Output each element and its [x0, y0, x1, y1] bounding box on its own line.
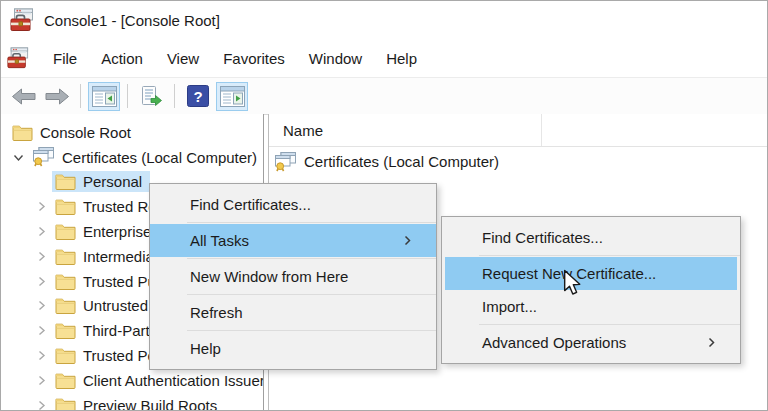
- tree-item-content: Preview Build Roots: [52, 395, 225, 410]
- chevron-right-icon[interactable]: [30, 400, 52, 410]
- toolbar-separator: [127, 84, 128, 108]
- folder-icon: [55, 322, 76, 339]
- chevron-right-icon[interactable]: [30, 251, 52, 262]
- mmc-console-icon: [10, 8, 34, 32]
- chevron-down-icon[interactable]: [7, 152, 29, 163]
- show-action-pane-button[interactable]: [216, 82, 248, 111]
- menu-favorites[interactable]: Favorites: [211, 43, 297, 74]
- menu-item-request-new-certificate[interactable]: Request New Certificate...: [445, 257, 737, 290]
- toolbar-separator: [174, 84, 175, 108]
- chevron-right-icon[interactable]: [30, 300, 52, 311]
- menu-item-label: Find Certificates...: [190, 196, 311, 213]
- tree-item-client-authentication-issuers[interactable]: Client Authentication Issuers: [1, 368, 263, 393]
- menu-separator: [187, 258, 436, 259]
- window-title: Console1 - [Console Root]: [44, 12, 220, 29]
- tree-item-label: Client Authentication Issuers: [83, 372, 264, 389]
- menu-separator: [187, 294, 436, 295]
- tree-item-label: Preview Build Roots: [83, 397, 217, 410]
- help-button[interactable]: ?: [182, 82, 214, 111]
- svg-text:?: ?: [193, 88, 202, 105]
- tree-item-label: Certificates (Local Computer): [62, 149, 257, 166]
- back-arrow-button[interactable]: [7, 82, 39, 111]
- chevron-right-icon[interactable]: [30, 201, 52, 212]
- menu-action[interactable]: Action: [89, 43, 155, 74]
- list-item-label: Certificates (Local Computer): [304, 153, 499, 170]
- chevron-right-icon[interactable]: [30, 350, 52, 361]
- back-arrow-icon: [11, 88, 36, 105]
- all-tasks-submenu: Find Certificates...Request New Certific…: [441, 216, 741, 364]
- menu-file[interactable]: File: [41, 43, 89, 74]
- tree-item-preview-build-roots[interactable]: Preview Build Roots: [1, 393, 263, 410]
- menu-item-label: New Window from Here: [190, 268, 348, 285]
- submenu-arrow-icon: [403, 234, 426, 247]
- menu-item-find-certificates[interactable]: Find Certificates...: [150, 188, 436, 221]
- menu-item-label: Help: [190, 340, 221, 357]
- menu-item-all-tasks[interactable]: All Tasks: [150, 224, 436, 257]
- list-header: Name: [269, 114, 767, 147]
- folder-icon: [12, 124, 33, 141]
- folder-icon: [55, 173, 76, 190]
- folder-icon: [55, 223, 76, 240]
- certificates-icon: [32, 147, 55, 167]
- chevron-right-icon[interactable]: [30, 226, 52, 237]
- menu-window[interactable]: Window: [297, 43, 374, 74]
- folder-icon: [55, 297, 76, 314]
- menu-item-label: Advanced Operations: [482, 334, 626, 351]
- context-menu: Find Certificates...All TasksNew Window …: [149, 183, 437, 370]
- mmc-window: Console1 - [Console Root] FileActionView…: [0, 0, 768, 411]
- tree-item-console-root[interactable]: Console Root: [1, 120, 263, 145]
- toolbar-separator: [80, 84, 81, 108]
- menu-item-label: Import...: [482, 298, 537, 315]
- menu-item-new-window-from-here[interactable]: New Window from Here: [150, 260, 436, 293]
- menu-item-advanced-operations[interactable]: Advanced Operations: [442, 326, 740, 359]
- chevron-right-icon[interactable]: [30, 276, 52, 287]
- menu-item-label: All Tasks: [190, 232, 249, 249]
- folder-icon: [55, 248, 76, 265]
- menu-item-find-certificates[interactable]: Find Certificates...: [442, 221, 740, 254]
- tree-item-label: Personal: [83, 173, 142, 190]
- tree-item-content: Personal: [52, 171, 150, 192]
- tree-item-certificates-local-computer[interactable]: Certificates (Local Computer): [1, 145, 263, 170]
- column-divider[interactable]: [541, 114, 542, 146]
- menu-bar: FileActionViewFavoritesWindowHelp: [1, 39, 767, 78]
- forward-arrow-icon: [45, 88, 70, 105]
- help-icon: ?: [187, 85, 209, 107]
- certificates-icon: [274, 152, 297, 172]
- show-console-tree-icon: [92, 86, 117, 107]
- show-action-pane-icon: [220, 86, 245, 107]
- menu-separator: [479, 324, 740, 325]
- tree-item-content: Console Root: [9, 122, 139, 143]
- folder-icon: [55, 397, 76, 410]
- folder-icon: [55, 372, 76, 389]
- chevron-right-icon[interactable]: [30, 325, 52, 336]
- mmc-console-icon-small: [7, 47, 29, 69]
- folder-icon: [55, 273, 76, 290]
- folder-icon: [55, 198, 76, 215]
- menu-item-label: Refresh: [190, 304, 243, 321]
- submenu-arrow-icon: [707, 336, 730, 349]
- export-list-button[interactable]: [135, 82, 167, 111]
- column-header-name[interactable]: Name: [283, 122, 323, 139]
- folder-icon: [55, 347, 76, 364]
- show-console-tree-button[interactable]: [88, 82, 120, 111]
- menu-item-import[interactable]: Import...: [442, 290, 740, 323]
- menu-bar-items: FileActionViewFavoritesWindowHelp: [41, 43, 429, 74]
- list-item-certificates[interactable]: Certificates (Local Computer): [269, 149, 767, 174]
- menu-separator: [187, 222, 436, 223]
- title-bar: Console1 - [Console Root]: [1, 1, 767, 39]
- menu-item-label: Request New Certificate...: [482, 265, 656, 282]
- menu-separator: [187, 330, 436, 331]
- forward-arrow-button[interactable]: [41, 82, 73, 111]
- tree-item-content: Client Authentication Issuers: [52, 370, 264, 391]
- tree-item-content: Certificates (Local Computer): [29, 145, 264, 169]
- menu-help[interactable]: Help: [374, 43, 429, 74]
- menu-view[interactable]: View: [155, 43, 211, 74]
- toolbar: ?: [1, 78, 767, 115]
- menu-item-label: Find Certificates...: [482, 229, 603, 246]
- chevron-right-icon[interactable]: [30, 375, 52, 386]
- menu-item-help[interactable]: Help: [150, 332, 436, 365]
- menu-separator: [479, 255, 740, 256]
- export-list-icon: [140, 86, 162, 107]
- tree-item-label: Console Root: [40, 124, 131, 141]
- menu-item-refresh[interactable]: Refresh: [150, 296, 436, 329]
